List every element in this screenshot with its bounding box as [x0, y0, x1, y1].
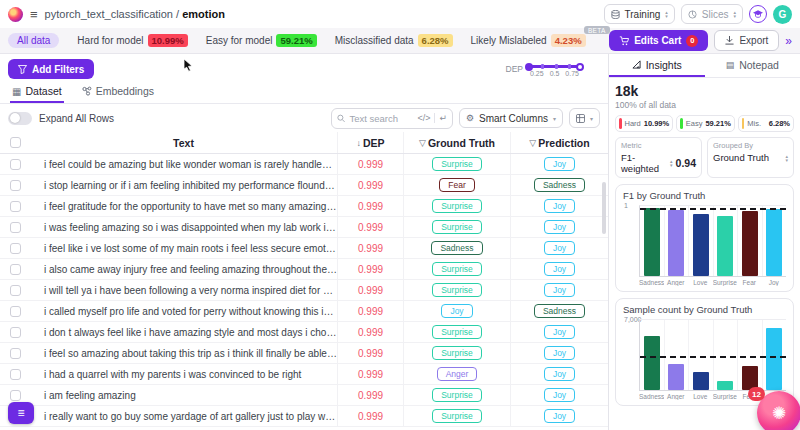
table-row[interactable]: i feel like i ve lost some of my main ro…: [0, 238, 608, 259]
label-badge[interactable]: Surprise: [432, 220, 482, 234]
row-checkbox[interactable]: [10, 222, 21, 233]
filter-chip[interactable]: Likely Mislabeled4.23%BETA: [471, 34, 586, 47]
label-badge[interactable]: Surprise: [432, 325, 482, 339]
table-row[interactable]: i really want to go buy some yardage of …: [0, 406, 608, 427]
add-filters-button[interactable]: Add Filters: [8, 59, 94, 79]
export-button[interactable]: Export: [714, 30, 779, 51]
stat-chip[interactable]: Hard10.99%: [615, 115, 673, 132]
row-checkbox[interactable]: [10, 369, 21, 380]
label-badge[interactable]: Surprise: [432, 388, 482, 402]
slices-select[interactable]: Slices ▴▾: [681, 4, 743, 24]
tab-embeddings[interactable]: Embeddings: [80, 81, 156, 103]
tab-dataset[interactable]: ▦ Dataset: [10, 81, 64, 103]
label-badge[interactable]: Surprise: [432, 409, 482, 423]
label-badge[interactable]: Joy: [441, 304, 472, 318]
label-badge[interactable]: Surprise: [432, 283, 482, 297]
chart-bar-love[interactable]: [693, 372, 709, 390]
all-data-chip[interactable]: All data: [8, 33, 59, 48]
label-badge[interactable]: Surprise: [432, 262, 482, 276]
chart-bar-joy[interactable]: [766, 209, 782, 276]
stat-chip[interactable]: Easy59.21%: [676, 115, 735, 132]
filter-chip[interactable]: Hard for model10.99%: [77, 34, 187, 47]
chart-bar-anger[interactable]: [668, 210, 684, 276]
chart-bar-surprise[interactable]: [717, 381, 733, 391]
chart-bar-sadness[interactable]: [644, 208, 660, 276]
dep-slider-track[interactable]: 0.25 0.5 0.75: [527, 61, 582, 77]
row-checkbox[interactable]: [10, 348, 21, 359]
label-badge[interactable]: Joy: [544, 241, 575, 255]
tab-notepad[interactable]: ▤ Notepad: [705, 54, 800, 77]
table-row[interactable]: i also came away injury free and feeling…: [0, 259, 608, 280]
tab-insights[interactable]: Insights: [609, 54, 705, 77]
label-badge[interactable]: Joy: [544, 262, 575, 276]
table-row[interactable]: i am feeling amazing0.999SurpriseJoy: [0, 385, 608, 406]
table-row[interactable]: i feel gratitude for the opportunity to …: [0, 196, 608, 217]
label-badge[interactable]: Joy: [544, 346, 575, 360]
table-row[interactable]: i called myself pro life and voted for p…: [0, 301, 608, 322]
label-badge[interactable]: Surprise: [432, 346, 482, 360]
user-avatar[interactable]: G: [773, 5, 792, 24]
edits-cart-button[interactable]: Edits Cart 0: [609, 30, 708, 51]
row-checkbox[interactable]: [10, 243, 21, 254]
split-select[interactable]: Training ▴▾: [604, 4, 675, 24]
table-row[interactable]: i feel so amazing about taking this trip…: [0, 343, 608, 364]
label-badge[interactable]: Joy: [544, 157, 575, 171]
select-all-checkbox[interactable]: [10, 137, 21, 148]
label-badge[interactable]: Sadness: [534, 178, 585, 192]
smart-columns-dropdown[interactable]: ⚙ Smart Columns ▾: [459, 108, 563, 128]
text-search-input[interactable]: [349, 113, 413, 124]
label-badge[interactable]: Sadness: [534, 304, 585, 318]
column-header-text[interactable]: Text: [30, 137, 337, 149]
label-badge[interactable]: Joy: [544, 409, 575, 423]
chart-bar-fear[interactable]: [742, 211, 758, 276]
row-checkbox[interactable]: [10, 327, 21, 338]
table-row[interactable]: i was feeling amazing so i was disappoin…: [0, 217, 608, 238]
label-badge[interactable]: Joy: [544, 199, 575, 213]
label-badge[interactable]: Sadness: [431, 241, 482, 255]
enter-icon[interactable]: ↵: [434, 113, 447, 123]
table-row[interactable]: i will tell ya i have been following a v…: [0, 280, 608, 301]
row-checkbox[interactable]: [10, 390, 21, 401]
hamburger-menu-icon[interactable]: ≡: [30, 7, 38, 22]
stat-chip[interactable]: Mis.6.28%: [738, 115, 794, 132]
breadcrumb-project[interactable]: pytorch_text_classification: [45, 8, 173, 20]
table-scrollbar[interactable]: [602, 182, 606, 234]
table-row[interactable]: i feel could be amazing but like wonder …: [0, 154, 608, 175]
view-options-dropdown[interactable]: ▾: [569, 108, 600, 128]
filter-chip[interactable]: Easy for model59.21%: [206, 34, 317, 47]
chart-bar-joy[interactable]: [766, 328, 782, 390]
row-checkbox[interactable]: [10, 306, 21, 317]
regex-icon[interactable]: </>: [417, 113, 430, 123]
bottom-menu-button[interactable]: ≡: [8, 402, 34, 424]
dep-slider[interactable]: DEP 0.25 0.5 0.75: [506, 61, 582, 77]
chart-bar-sadness[interactable]: [644, 336, 660, 390]
label-badge[interactable]: Anger: [437, 367, 478, 381]
metric-select[interactable]: Metric F1-weighted ▴▾ 0.94: [615, 137, 702, 178]
label-badge[interactable]: Joy: [544, 325, 575, 339]
grouped-by-select[interactable]: Grouped By Ground Truth ▴▾: [707, 137, 794, 178]
label-badge[interactable]: Fear: [439, 178, 474, 192]
row-checkbox[interactable]: [10, 285, 21, 296]
label-badge[interactable]: Joy: [544, 283, 575, 297]
label-badge[interactable]: Joy: [544, 220, 575, 234]
column-header-dep[interactable]: ↓ DEP: [337, 132, 403, 153]
row-checkbox[interactable]: [10, 180, 21, 191]
chart-bar-love[interactable]: [693, 214, 709, 276]
academy-icon[interactable]: [749, 5, 767, 23]
table-row[interactable]: i had a quarrel with my parents i was co…: [0, 364, 608, 385]
row-checkbox[interactable]: [10, 201, 21, 212]
label-badge[interactable]: Joy: [544, 367, 575, 381]
collapse-panel-icon[interactable]: »: [785, 34, 792, 48]
expand-all-rows-toggle[interactable]: [8, 112, 32, 125]
row-checkbox[interactable]: [10, 264, 21, 275]
app-logo-icon[interactable]: [8, 7, 23, 22]
table-row[interactable]: i don t always feel like i have amazing …: [0, 322, 608, 343]
column-header-ground-truth[interactable]: ▽ Ground Truth: [403, 132, 510, 153]
row-checkbox[interactable]: [10, 159, 21, 170]
chart-bar-surprise[interactable]: [717, 216, 733, 276]
filter-chip[interactable]: Misclassified data6.28%: [335, 34, 453, 47]
label-badge[interactable]: Surprise: [432, 157, 482, 171]
table-row[interactable]: i stop learning or if i am feeling inhib…: [0, 175, 608, 196]
label-badge[interactable]: Surprise: [432, 199, 482, 213]
column-header-prediction[interactable]: ▽ Prediction: [510, 132, 608, 153]
